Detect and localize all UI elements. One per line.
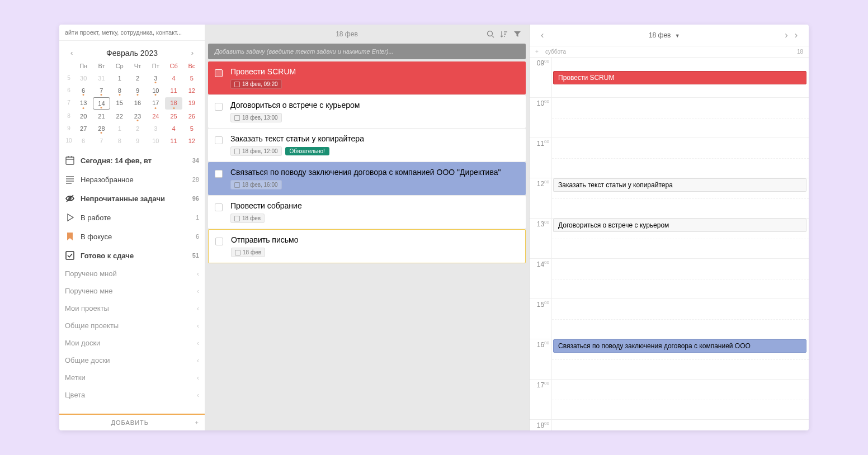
cal-day[interactable]: 12 — [183, 135, 200, 146]
task-card[interactable]: Провести SCRUM 18 фев, 09:20 — [208, 61, 526, 94]
calendar-icon — [234, 115, 240, 121]
add-button[interactable]: ДОБАВИТЬ + — [59, 414, 205, 430]
hour-row[interactable]: 1800 — [530, 420, 809, 430]
filter-icon[interactable] — [513, 30, 521, 38]
nav-group[interactable]: Общие доски‹ — [59, 352, 205, 369]
day-number: 18 — [797, 49, 803, 55]
day-header-title[interactable]: 18 фев ▼ — [547, 31, 781, 39]
nav-group[interactable]: Поручено мной‹ — [59, 265, 205, 282]
nav-group[interactable]: Мои доски‹ — [59, 334, 205, 352]
hour-row[interactable]: 1700 — [530, 380, 809, 420]
cal-day[interactable]: 4 — [165, 73, 182, 84]
nav-unread[interactable]: Непрочитанные задачи 96 — [59, 189, 205, 208]
cal-day[interactable]: 9 — [129, 135, 146, 146]
task-card[interactable]: Провести собрание 18 фев — [208, 196, 526, 229]
cal-day[interactable]: 3 — [147, 73, 164, 84]
cal-day[interactable]: 13 — [75, 97, 92, 110]
nav-group[interactable]: Мои проекты‹ — [59, 300, 205, 317]
nav-group[interactable]: Метки‹ — [59, 369, 205, 386]
cal-day[interactable]: 6 — [75, 85, 92, 96]
task-title: Заказать текст статьи у копирайтера — [230, 134, 519, 143]
day-event[interactable]: Провести SCRUM — [553, 71, 806, 84]
cal-day[interactable]: 1 — [111, 73, 128, 84]
cal-day[interactable]: 10 — [147, 85, 164, 96]
nav-inbox-label: Неразобранное — [81, 176, 134, 184]
cal-day[interactable]: 19 — [183, 97, 200, 110]
cal-day[interactable]: 27 — [75, 123, 92, 134]
cal-week-number: 6 — [64, 85, 74, 96]
task-checkbox[interactable] — [215, 136, 223, 144]
cal-day[interactable]: 20 — [75, 111, 92, 122]
task-card[interactable]: Договориться о встрече с курьером 18 фев… — [208, 95, 526, 128]
cal-day[interactable]: 24 — [147, 111, 164, 122]
cal-day[interactable]: 12 — [183, 85, 200, 96]
task-checkbox[interactable] — [215, 203, 223, 211]
cal-day[interactable]: 5 — [183, 73, 200, 84]
add-task-input[interactable]: Добавить задачу (введите текст задачи и … — [208, 44, 526, 59]
day-event[interactable]: Связаться по поводу заключения договора … — [553, 339, 806, 353]
search-input[interactable] — [65, 29, 199, 36]
hour-row[interactable]: 1500 — [530, 299, 809, 339]
cal-day[interactable]: 26 — [183, 111, 200, 122]
cal-day[interactable]: 7 — [93, 85, 110, 96]
nav-working-label: В работе — [81, 214, 111, 222]
cal-day[interactable]: 22 — [111, 111, 128, 122]
cal-day[interactable]: 31 — [93, 73, 110, 84]
nav-group[interactable]: Цвета‹ — [59, 386, 205, 404]
cal-day[interactable]: 3 — [147, 123, 164, 134]
hour-row[interactable]: 1400 — [530, 259, 809, 299]
day-event[interactable]: Заказать текст статьи у копирайтера — [553, 178, 806, 192]
nav-working[interactable]: В работе 1 — [59, 208, 205, 227]
cal-day[interactable]: 2 — [129, 73, 146, 84]
cal-day[interactable]: 11 — [165, 85, 182, 96]
cal-day[interactable]: 16 — [129, 97, 146, 110]
cal-day[interactable]: 4 — [165, 123, 182, 134]
cal-next-month[interactable]: › — [188, 48, 197, 58]
cal-day[interactable]: 11 — [165, 135, 182, 146]
task-card[interactable]: Связаться по поводу заключения договора … — [208, 162, 526, 195]
day-prev[interactable]: ‹ — [537, 30, 547, 40]
day-add-icon[interactable]: + — [535, 49, 545, 55]
nav-focus[interactable]: В фокусе 6 — [59, 227, 205, 246]
day-last[interactable]: › — [791, 30, 801, 40]
task-checkbox[interactable] — [215, 170, 223, 178]
cal-day[interactable]: 30 — [75, 73, 92, 84]
task-checkbox[interactable] — [215, 238, 223, 245]
nav-focus-label: В фокусе — [81, 233, 112, 241]
search-icon[interactable] — [487, 30, 494, 38]
cal-day[interactable]: 23 — [129, 111, 146, 122]
cal-day[interactable]: 7 — [93, 135, 110, 146]
cal-day[interactable]: 25 — [165, 111, 182, 122]
nav-today-label: Сегодня: 14 фев, вт — [81, 157, 152, 165]
task-checkbox[interactable] — [215, 103, 223, 111]
task-card[interactable]: Отправить письмо 18 фев — [208, 229, 526, 263]
nav-group[interactable]: Поручено мне‹ — [59, 282, 205, 300]
day-next[interactable]: › — [781, 30, 791, 40]
cal-day[interactable]: 28 — [93, 123, 110, 134]
cal-day[interactable]: 6 — [75, 135, 92, 146]
cal-day[interactable]: 17 — [147, 97, 164, 110]
nav-today[interactable]: Сегодня: 14 фев, вт 34 — [59, 151, 205, 170]
cal-day[interactable]: 1 — [111, 123, 128, 134]
add-task-placeholder: Добавить задачу (введите текст задачи и … — [215, 48, 394, 55]
hour-row[interactable]: 1000 — [530, 98, 809, 138]
cal-day[interactable]: 2 — [129, 123, 146, 134]
cal-day[interactable]: 8 — [111, 85, 128, 96]
task-card[interactable]: Заказать текст статьи у копирайтера 18 ф… — [208, 129, 526, 162]
cal-day[interactable]: 5 — [183, 123, 200, 134]
cal-day[interactable]: 15 — [111, 97, 128, 110]
nav-group[interactable]: Общие проекты‹ — [59, 317, 205, 334]
day-event[interactable]: Договориться о встрече с курьером — [553, 219, 806, 232]
cal-day[interactable]: 14 — [93, 97, 110, 110]
sort-icon[interactable] — [500, 30, 508, 38]
cal-day[interactable]: 18 — [165, 97, 182, 110]
task-checkbox[interactable] — [215, 69, 223, 77]
nav-inbox[interactable]: Неразобранное 28 — [59, 170, 205, 189]
cal-day[interactable]: 21 — [93, 111, 110, 122]
cal-day[interactable]: 10 — [147, 135, 164, 146]
cal-day[interactable]: 9 — [129, 85, 146, 96]
cal-day[interactable]: 8 — [111, 135, 128, 146]
cal-prev-month[interactable]: ‹ — [67, 48, 76, 58]
hour-row[interactable]: 1100 — [530, 138, 809, 178]
nav-ready[interactable]: Готово к сдаче 51 — [59, 246, 205, 265]
